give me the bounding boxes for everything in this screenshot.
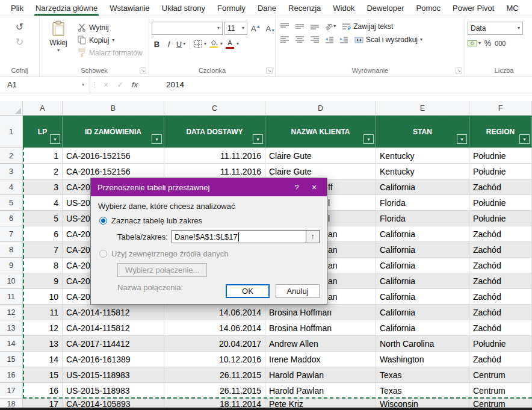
column-header-c[interactable]: C bbox=[164, 101, 265, 116]
column-header-d[interactable]: D bbox=[265, 101, 376, 116]
undo-button[interactable]: ↺ bbox=[16, 22, 23, 32]
cell-C17[interactable]: 26.11.2015 bbox=[164, 383, 265, 399]
range-picker-button[interactable]: ↑ bbox=[306, 230, 320, 243]
font-size-combo[interactable]: 11 ▾ bbox=[224, 22, 247, 35]
cell-E4[interactable]: California bbox=[376, 179, 469, 195]
tab-widok[interactable]: Widok bbox=[327, 0, 360, 16]
cell-E16[interactable]: Texas bbox=[376, 367, 469, 383]
underline-button[interactable]: U▾ bbox=[176, 40, 186, 49]
close-button[interactable]: × bbox=[305, 182, 323, 192]
cell-A17[interactable]: 16 bbox=[23, 383, 63, 399]
table-header-cell-f[interactable]: REGION▼ bbox=[469, 116, 532, 148]
cell-C13[interactable]: 14.06.2014 bbox=[164, 320, 265, 336]
cell-B12[interactable]: CA-2014-115812 bbox=[63, 305, 164, 320]
tab-wstawianie[interactable]: Wstawianie bbox=[104, 0, 155, 16]
table-header-cell-b[interactable]: ID ZAMÓWIENIA▼ bbox=[63, 116, 164, 148]
row-header-14[interactable]: 14 bbox=[0, 336, 23, 352]
insert-function-button[interactable]: fx bbox=[128, 76, 142, 93]
filter-button[interactable]: ▼ bbox=[50, 134, 60, 144]
cell-F11[interactable]: Zachód bbox=[469, 289, 532, 305]
cell-F4[interactable]: Zachód bbox=[469, 179, 532, 195]
tab-uk-ad-strony[interactable]: Układ strony bbox=[156, 0, 211, 16]
row-header-1[interactable]: 1 bbox=[0, 116, 23, 148]
tab-recenzja[interactable]: Recenzja bbox=[282, 0, 327, 16]
cell-A13[interactable]: 12 bbox=[23, 320, 63, 336]
radio-select-table[interactable] bbox=[99, 217, 107, 225]
cell-A10[interactable]: 9 bbox=[23, 273, 63, 289]
cell-D13[interactable]: Brosina Hoffman bbox=[265, 320, 376, 336]
font-color-button[interactable]: A ▾ bbox=[224, 40, 239, 49]
dialog-title-bar[interactable]: Przenoszenie tabeli przestawnej ? × bbox=[91, 178, 327, 196]
alignment-dialog-launcher[interactable]: ↘ bbox=[456, 67, 462, 74]
cell-A12[interactable]: 11 bbox=[23, 305, 63, 320]
range-input[interactable]: Dane!$A$1:$L$17 bbox=[172, 230, 306, 243]
percent-style-button[interactable]: % bbox=[483, 39, 493, 48]
cell-E8[interactable]: California bbox=[376, 242, 469, 258]
cell-E11[interactable]: California bbox=[376, 289, 469, 305]
column-header-f[interactable]: F bbox=[469, 101, 532, 116]
align-middle-button[interactable] bbox=[293, 22, 306, 31]
ok-button[interactable]: OK bbox=[226, 284, 270, 298]
cell-F3[interactable]: Południe bbox=[469, 164, 532, 179]
accounting-format-button[interactable]: ▾ bbox=[468, 40, 481, 47]
cell-F8[interactable]: Zachód bbox=[469, 242, 532, 258]
row-header-11[interactable]: 11 bbox=[0, 289, 23, 305]
row-header-6[interactable]: 6 bbox=[0, 211, 23, 226]
align-right-button[interactable] bbox=[308, 35, 321, 45]
table-header-cell-e[interactable]: STAN▼ bbox=[376, 116, 469, 148]
cell-C14[interactable]: 20.04.2017 bbox=[164, 336, 265, 352]
column-header-e[interactable]: E bbox=[376, 101, 469, 116]
cut-button[interactable]: Wytnij bbox=[78, 23, 143, 32]
copy-button[interactable]: Kopiuj ▾ bbox=[78, 36, 143, 45]
cell-E7[interactable]: California bbox=[376, 226, 469, 242]
table-header-cell-c[interactable]: DATA DOSTAWY▼ bbox=[164, 116, 265, 148]
cell-E17[interactable]: Texas bbox=[376, 383, 469, 399]
column-header-b[interactable]: B bbox=[63, 101, 164, 116]
fill-color-button[interactable]: ▾ bbox=[208, 40, 223, 48]
formula-bar-input[interactable]: 2014 bbox=[142, 76, 532, 93]
increase-indent-button[interactable] bbox=[338, 36, 350, 45]
row-header-2[interactable]: 2 bbox=[0, 148, 23, 164]
tab-dane[interactable]: Dane bbox=[252, 0, 282, 16]
radio-external-source[interactable] bbox=[99, 250, 107, 258]
increase-font-button[interactable]: A▲ bbox=[249, 24, 262, 33]
cell-B15[interactable]: CA-2016-161389 bbox=[63, 352, 164, 367]
font-name-combo[interactable]: ▾ bbox=[152, 22, 223, 35]
tab-mc[interactable]: MC bbox=[500, 0, 524, 16]
row-header-17[interactable]: 17 bbox=[0, 383, 23, 399]
row-header-16[interactable]: 16 bbox=[0, 367, 23, 383]
cell-C16[interactable]: 26.11.2015 bbox=[164, 367, 265, 383]
cell-F2[interactable]: Południe bbox=[469, 148, 532, 164]
cell-E13[interactable]: California bbox=[376, 320, 469, 336]
filter-button[interactable]: ▼ bbox=[253, 134, 263, 144]
cell-E10[interactable]: California bbox=[376, 273, 469, 289]
cell-A16[interactable]: 15 bbox=[23, 367, 63, 383]
italic-button[interactable]: I bbox=[164, 40, 174, 49]
filter-button[interactable]: ▼ bbox=[152, 134, 162, 144]
cell-E9[interactable]: California bbox=[376, 258, 469, 273]
cell-F5[interactable]: Południe bbox=[469, 195, 532, 211]
cell-E15[interactable]: Washington bbox=[376, 352, 469, 367]
filter-button[interactable]: ▼ bbox=[363, 134, 374, 144]
filter-button[interactable]: ▼ bbox=[457, 134, 467, 144]
cell-E14[interactable]: North Carolina bbox=[376, 336, 469, 352]
cell-A9[interactable]: 8 bbox=[23, 258, 63, 273]
row-header-9[interactable]: 9 bbox=[0, 258, 23, 273]
cell-F13[interactable]: Zachód bbox=[469, 320, 532, 336]
cancel-entry-button[interactable]: × bbox=[99, 76, 113, 93]
filter-button[interactable]: ▼ bbox=[519, 134, 530, 144]
cell-A2[interactable]: 1 bbox=[23, 148, 63, 164]
cell-E2[interactable]: Kentucky bbox=[376, 148, 469, 164]
clipboard-dialog-launcher[interactable]: ↘ bbox=[140, 67, 146, 74]
format-painter-button[interactable]: Malarz formatów bbox=[78, 48, 143, 57]
cell-C12[interactable]: 14.06.2014 bbox=[164, 305, 265, 320]
tab-deweloper[interactable]: Deweloper bbox=[360, 0, 410, 16]
row-header-12[interactable]: 12 bbox=[0, 305, 23, 320]
align-left-button[interactable] bbox=[278, 35, 291, 45]
cell-A7[interactable]: 6 bbox=[23, 226, 63, 242]
decrease-indent-button[interactable] bbox=[323, 36, 336, 45]
decrease-font-button[interactable]: A▼ bbox=[264, 24, 277, 33]
cell-E5[interactable]: Florida bbox=[376, 195, 469, 211]
merge-center-button[interactable]: Scal i wyśrodkuj ▾ bbox=[352, 36, 425, 44]
cell-F14[interactable]: Południe bbox=[469, 336, 532, 352]
